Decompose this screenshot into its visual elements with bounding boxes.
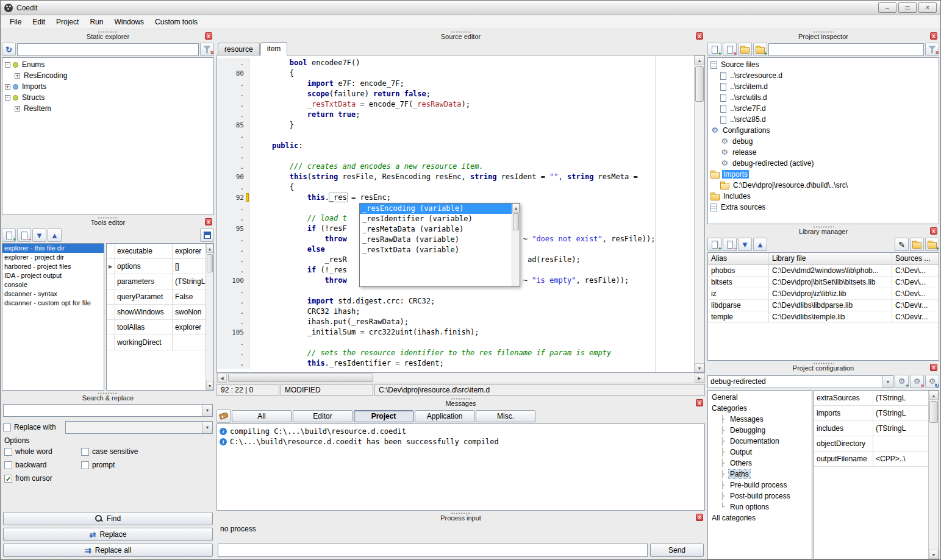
code-line[interactable]: . import e7F: encode_7F;	[217, 79, 694, 89]
panel-close-button[interactable]: x	[930, 364, 937, 371]
add-tool-button[interactable]: +	[2, 229, 16, 242]
library-row-phobos[interactable]: phobosC:\Dev\dmd2\windows\lib\phob...C:\…	[708, 265, 939, 277]
panel-close-button[interactable]: x	[205, 218, 212, 225]
gutter-cell[interactable]: .	[217, 234, 249, 244]
process-input-field[interactable]	[218, 544, 648, 557]
gutter-cell[interactable]: .	[217, 110, 249, 120]
tree-item-paths[interactable]: ├Paths	[708, 469, 812, 480]
library-column-header[interactable]: Library file	[769, 253, 892, 264]
tools-list-item[interactable]: dscanner - custom opt for file	[2, 299, 104, 308]
remove-tool-button[interactable]: −	[17, 229, 31, 242]
remove-source-button[interactable]: ×	[723, 43, 737, 56]
edit-library-button[interactable]: ✎	[895, 238, 909, 251]
library-row-bitsets[interactable]: bitsetsC:\Dev\dproj\bitSet\lib\bitsets.l…	[708, 277, 939, 288]
tree-item-src-z85-d[interactable]: ..\src\z85.d	[708, 114, 939, 125]
gutter-cell[interactable]: .	[217, 89, 249, 99]
property-value[interactable]	[173, 335, 206, 350]
dropdown-icon[interactable]: ▼	[882, 376, 893, 388]
gutter-cell[interactable]: .	[217, 244, 249, 255]
titlebar[interactable]: Coedit – □ ×	[1, 1, 940, 15]
gutter-cell[interactable]: 92	[217, 193, 249, 203]
gutter-cell[interactable]: .	[217, 79, 249, 89]
scroll-right-icon[interactable]: ▶	[695, 373, 704, 383]
scroll-up-icon[interactable]: ▲	[206, 244, 213, 253]
panel-close-button[interactable]: x	[930, 32, 937, 40]
tree-item-extra-sources[interactable]: Extra sources	[708, 202, 939, 213]
messages-filter-editor[interactable]: Editor	[293, 410, 352, 422]
tree-item-categories[interactable]: Categories	[708, 403, 812, 414]
tree-item-imports[interactable]: +Imports	[2, 81, 213, 92]
gutter-cell[interactable]: .	[217, 286, 249, 296]
source-editor-header[interactable]: Source editor x	[216, 29, 705, 41]
tab-resource[interactable]: resource	[218, 43, 260, 55]
tree-item-post-build-process[interactable]: ├Post-build process	[708, 491, 812, 502]
library-row-libdparse[interactable]: libdparseC:\Dev\dlibs\libdparse.libC:\De…	[708, 300, 939, 311]
library-manager-header[interactable]: Library manager x	[707, 224, 939, 236]
menu-item-custom-tools[interactable]: Custom tools	[149, 16, 203, 28]
code-line[interactable]: . return true;	[217, 110, 694, 120]
code-line[interactable]: 85 }	[217, 120, 694, 130]
code-line[interactable]: .	[217, 338, 694, 348]
completion-item[interactable]: _resMetaData (variable)	[360, 224, 512, 235]
move-tool-up-button[interactable]: ▲	[48, 229, 62, 242]
property-value[interactable]: (TStringL	[873, 406, 928, 420]
code-line[interactable]: 105 _initialSum = crc322uint(ihash.finis…	[217, 327, 694, 338]
scroll-left-icon[interactable]: ◀	[217, 373, 227, 383]
dropdown-icon[interactable]: ▼	[202, 405, 212, 416]
maximize-button[interactable]: □	[898, 2, 917, 13]
property-value[interactable]	[873, 436, 928, 451]
static-explorer-header[interactable]: Static explorer x	[2, 29, 214, 41]
editor-horizontal-scrollbar[interactable]: ◀ ▶	[216, 373, 705, 383]
gutter-cell[interactable]: .	[217, 203, 249, 213]
gutter-cell[interactable]: .	[217, 265, 249, 275]
configuration-selector-combo[interactable]: debug-redirected ▼	[707, 375, 893, 388]
close-button[interactable]: ×	[918, 2, 937, 13]
tree-item-all-categories[interactable]: All categories	[708, 512, 812, 523]
tree-item-src-utils-d[interactable]: ..\src\utils.d	[708, 92, 939, 103]
gutter-cell[interactable]: 85	[217, 120, 249, 130]
process-input-header[interactable]: Process input x	[216, 511, 705, 523]
code-line[interactable]: . {	[217, 182, 694, 193]
replace-term-combo[interactable]: ▼	[65, 421, 213, 434]
tree-item-structs[interactable]: -Structs	[2, 92, 213, 103]
menu-item-edit[interactable]: Edit	[27, 16, 51, 28]
tools-editor-header[interactable]: Tools editor x	[2, 215, 214, 227]
checkbox-case-sensitive[interactable]: case sensitive	[81, 445, 213, 458]
completion-scrollbar[interactable]: ▲	[512, 204, 520, 286]
editor-vertical-scrollbar[interactable]: ▲ ▼	[694, 55, 704, 372]
expander-icon[interactable]: -	[5, 62, 10, 68]
code-editor[interactable]: . bool encodee7F()80 {. import e7F: enco…	[217, 55, 694, 372]
completion-item[interactable]: _resTxtData (variable)	[360, 245, 512, 255]
gutter-cell[interactable]: .	[217, 141, 249, 151]
dropdown-icon[interactable]: ▼	[202, 422, 212, 433]
code-line[interactable]: 92 this._res = resEnc;	[217, 193, 694, 203]
remove-library-button[interactable]: −	[723, 238, 737, 251]
completion-item[interactable]: _resEncoding (variable)	[360, 204, 512, 214]
property-row-objectdirectory[interactable]: objectDirectory	[814, 436, 928, 452]
tree-item-debug[interactable]: ⚙debug	[708, 136, 939, 147]
code-line[interactable]: .	[217, 130, 694, 141]
property-value[interactable]: (TStringL	[173, 274, 206, 289]
gutter-cell[interactable]: .	[217, 307, 249, 317]
minimize-button[interactable]: –	[878, 2, 896, 13]
tree-item-release[interactable]: ⚙release	[708, 147, 939, 158]
messages-filter-all[interactable]: All	[232, 410, 292, 422]
tools-list-item[interactable]: explorer - this file dir	[2, 244, 104, 253]
property-row-toolalias[interactable]: toolAliasexplorer	[107, 320, 206, 335]
code-line[interactable]: . public:	[217, 141, 694, 151]
tree-item-source-files[interactable]: Source files	[708, 59, 939, 70]
panel-close-button[interactable]: x	[930, 227, 937, 235]
property-value[interactable]: explorer	[173, 244, 206, 258]
property-row-workingdirect[interactable]: workingDirect	[107, 335, 206, 350]
property-value[interactable]: (TStringL	[873, 391, 928, 405]
code-line[interactable]: . /// creates and encodes a new resource…	[217, 161, 694, 172]
property-row-options[interactable]: ▶options[]	[107, 259, 206, 274]
tree-item-configurations[interactable]: ⚙Configurations	[708, 125, 939, 136]
property-value[interactable]: explorer	[173, 320, 206, 335]
replace-button[interactable]: ⇄Replace	[3, 528, 213, 541]
scroll-up-icon[interactable]: ▲	[695, 55, 704, 65]
library-column-header[interactable]: Sources ...	[892, 253, 939, 264]
gutter-cell[interactable]: 80	[217, 68, 249, 79]
expander-icon[interactable]: +	[15, 73, 20, 79]
gutter-cell[interactable]: .	[217, 317, 249, 327]
